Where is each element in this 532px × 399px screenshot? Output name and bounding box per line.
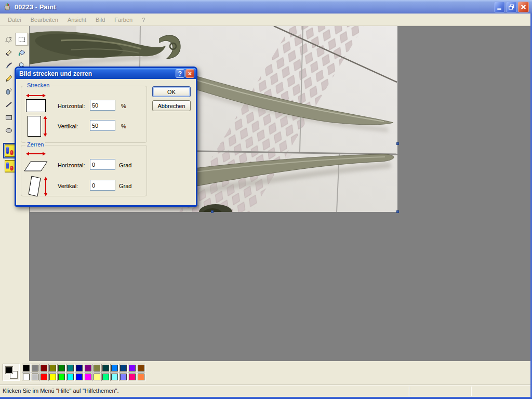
color-swatch[interactable] — [57, 373, 66, 381]
stretch-horizontal-icon — [24, 92, 47, 113]
zerren-vertikal-unit: Grad — [119, 183, 131, 189]
menu-ansicht[interactable]: Ansicht — [63, 15, 91, 24]
dialog-help-button[interactable]: ? — [176, 69, 184, 78]
stretch-skew-dialog: Bild strecken und zerren ? × Strecken Ho… — [15, 66, 197, 207]
color-swatch[interactable] — [39, 373, 48, 381]
menu-farben[interactable]: Farben — [110, 15, 137, 24]
color-swatch[interactable] — [48, 373, 57, 381]
color-swatch[interactable] — [101, 373, 110, 381]
ellipse-icon — [5, 126, 13, 135]
color-swatch[interactable] — [137, 364, 145, 373]
strecken-vertikal-unit: % — [121, 123, 126, 129]
color-swatch[interactable] — [75, 373, 84, 381]
color-swatch[interactable] — [110, 373, 119, 381]
zerren-vertikal-input[interactable] — [90, 180, 115, 191]
color-swatch[interactable] — [22, 364, 31, 373]
tool-eraser[interactable] — [2, 46, 15, 59]
color-swatch[interactable] — [22, 373, 31, 381]
color-swatch[interactable] — [128, 364, 137, 373]
opaque-selection-icon — [5, 144, 15, 157]
foreground-color-swatch — [5, 366, 13, 374]
strecken-vertikal-label: Vertikal: — [58, 123, 78, 129]
canvas-resize-handle-corner[interactable] — [396, 210, 399, 213]
select-icon — [18, 35, 26, 44]
skew-horizontal-icon — [23, 151, 48, 172]
tool-rectangle[interactable] — [2, 111, 15, 124]
tool-line[interactable] — [2, 98, 15, 111]
color-swatch[interactable] — [92, 373, 101, 381]
fill-with-color-icon — [18, 48, 26, 57]
color-swatch[interactable] — [84, 364, 92, 373]
tool-pick-color[interactable] — [2, 59, 15, 72]
menu-bild[interactable]: Bild — [91, 15, 110, 24]
status-bar: Klicken Sie im Menü "Hilfe" auf "Hilfeth… — [0, 384, 530, 397]
free-form-select-icon — [5, 35, 13, 44]
menu-datei[interactable]: Datei — [3, 15, 26, 24]
color-swatch[interactable] — [31, 364, 39, 373]
pencil-icon — [5, 74, 13, 83]
paint-window: 00223 - Paint Datei Bearbeiten Ansicht B… — [0, 0, 532, 399]
color-swatch[interactable] — [101, 364, 110, 373]
dialog-body: Strecken Horizontal: % Vertikal: — [16, 79, 196, 205]
window-border-bottom — [0, 397, 532, 399]
tool-select[interactable] — [15, 33, 28, 46]
status-text: Klicken Sie im Menü "Hilfe" auf "Hilfeth… — [3, 388, 119, 394]
transparent-selection-icon — [5, 160, 15, 172]
color-swatch[interactable] — [119, 373, 128, 381]
titlebar[interactable]: 00223 - Paint — [0, 0, 532, 14]
tool-ellipse[interactable] — [2, 124, 15, 137]
minimize-button[interactable] — [494, 2, 505, 12]
line-icon — [5, 100, 13, 109]
canvas-resize-handle-right[interactable] — [396, 142, 399, 145]
tool-airbrush[interactable] — [2, 85, 15, 98]
tool-pencil[interactable] — [2, 72, 15, 85]
zerren-group-label: Zerren — [25, 141, 45, 148]
color-swatch[interactable] — [39, 364, 48, 373]
airbrush-icon — [5, 87, 13, 96]
dialog-titlebar[interactable]: Bild strecken und zerren ? × — [16, 68, 196, 79]
tool-fill-with-color[interactable] — [15, 46, 28, 59]
color-swatch[interactable] — [66, 364, 75, 373]
status-separator — [409, 387, 410, 396]
cancel-button[interactable]: Abbrechen — [152, 100, 191, 111]
color-palette-bar — [0, 361, 530, 384]
strecken-horizontal-input[interactable] — [90, 100, 115, 111]
ok-button[interactable]: OK — [152, 86, 191, 97]
strecken-horizontal-label: Horizontal: — [58, 103, 85, 109]
status-separator — [471, 387, 472, 396]
restore-icon — [508, 3, 515, 11]
color-swatch[interactable] — [48, 364, 57, 373]
menubar: Datei Bearbeiten Ansicht Bild Farben ? — [0, 14, 530, 26]
dialog-title: Bild strecken und zerren — [19, 70, 175, 77]
color-swatch[interactable] — [84, 373, 92, 381]
skew-vertical-icon — [26, 174, 49, 197]
color-swatch[interactable] — [75, 364, 84, 373]
zerren-horizontal-input[interactable] — [90, 159, 115, 170]
close-button[interactable] — [518, 2, 529, 12]
color-swatch[interactable] — [66, 373, 75, 381]
strecken-group: Strecken Horizontal: % Vertikal: — [21, 86, 147, 143]
zerren-horizontal-unit: Grad — [119, 162, 131, 168]
color-swatch[interactable] — [110, 364, 119, 373]
restore-button[interactable] — [506, 2, 517, 12]
menu-hilfe[interactable]: ? — [137, 15, 150, 24]
dialog-close-button[interactable]: × — [185, 69, 194, 78]
color-grid — [22, 364, 145, 381]
color-swatch[interactable] — [137, 373, 145, 381]
close-icon — [520, 3, 527, 11]
strecken-group-label: Strecken — [25, 82, 51, 88]
color-swatch[interactable] — [57, 364, 66, 373]
color-swatch[interactable] — [119, 364, 128, 373]
color-swatch[interactable] — [128, 373, 137, 381]
rectangle-icon — [5, 113, 13, 122]
menu-bearbeiten[interactable]: Bearbeiten — [26, 15, 63, 24]
color-swatch[interactable] — [31, 373, 39, 381]
paint-app-icon — [3, 2, 12, 11]
tool-free-form-select[interactable] — [2, 33, 15, 46]
window-title: 00223 - Paint — [15, 3, 494, 11]
zerren-horizontal-label: Horizontal: — [58, 162, 85, 168]
strecken-vertikal-input[interactable] — [90, 120, 115, 131]
color-swatch[interactable] — [92, 364, 101, 373]
strecken-horizontal-unit: % — [121, 103, 126, 109]
canvas-resize-handle-bottom[interactable] — [211, 210, 214, 213]
